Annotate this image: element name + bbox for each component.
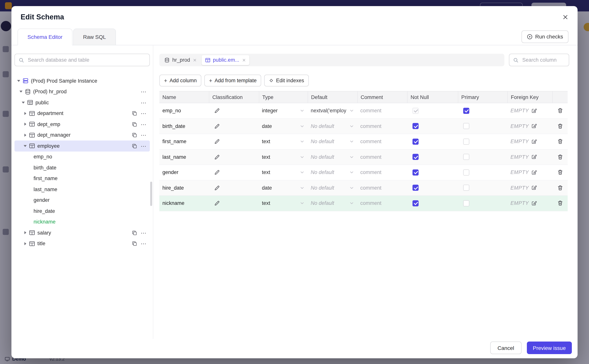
not-null-checkbox[interactable]: [413, 200, 419, 206]
more-icon[interactable]: ⋯: [141, 89, 147, 95]
close-icon[interactable]: [562, 14, 569, 20]
tree-search-input[interactable]: [27, 57, 146, 63]
tree-node-database[interactable]: (Prod) hr_prod ⋯: [14, 86, 150, 97]
primary-checkbox[interactable]: [463, 108, 469, 114]
pencil-icon[interactable]: [214, 170, 220, 175]
type-select[interactable]: text: [262, 201, 305, 206]
tree-node-table[interactable]: department ⋯: [14, 108, 150, 119]
add-column-button[interactable]: + Add column: [159, 75, 201, 86]
tab-schema-editor[interactable]: Schema Editor: [18, 29, 73, 45]
comment-input[interactable]: comment: [357, 196, 407, 211]
tree-node-column[interactable]: emp_no: [14, 151, 150, 162]
not-null-checkbox[interactable]: [413, 139, 419, 145]
default-select[interactable]: No default: [311, 201, 354, 206]
tree-node-column[interactable]: gender: [14, 195, 150, 206]
comment-input[interactable]: comment: [357, 134, 407, 149]
caret-down-icon[interactable]: [18, 91, 24, 93]
primary-checkbox[interactable]: [463, 169, 469, 176]
copy-icon[interactable]: [132, 241, 137, 246]
tree-node-table-selected[interactable]: employee ⋯: [14, 141, 150, 151]
tree-node-column-new[interactable]: nickname: [14, 216, 150, 227]
comment-input[interactable]: comment: [357, 150, 407, 164]
not-null-checkbox[interactable]: [413, 154, 419, 160]
tab-chip-table-active[interactable]: public.em...: [201, 55, 249, 65]
delete-column-icon[interactable]: [557, 123, 563, 129]
primary-checkbox[interactable]: [463, 154, 469, 160]
type-select[interactable]: date: [262, 123, 305, 129]
type-select[interactable]: integer: [262, 108, 305, 114]
type-select[interactable]: date: [262, 185, 305, 191]
edit-foreign-key-icon[interactable]: [531, 139, 537, 144]
delete-column-icon[interactable]: [557, 108, 563, 114]
tree-node-table[interactable]: dept_manager ⋯: [14, 130, 150, 141]
caret-right-icon[interactable]: [22, 134, 28, 137]
caret-right-icon[interactable]: [22, 242, 28, 245]
delete-column-icon[interactable]: [557, 185, 563, 191]
delete-column-icon[interactable]: [557, 154, 563, 160]
caret-down-icon[interactable]: [22, 145, 28, 147]
type-select[interactable]: text: [262, 170, 305, 175]
tree-node-schema[interactable]: public ⋯: [14, 97, 150, 108]
type-select[interactable]: text: [262, 154, 305, 160]
tree-node-instance[interactable]: (Prod) Prod Sample Instance: [14, 75, 150, 86]
default-select[interactable]: No default: [311, 139, 354, 144]
delete-column-icon[interactable]: [557, 201, 563, 206]
caret-down-icon[interactable]: [20, 102, 26, 104]
add-from-template-button[interactable]: + Add from template: [204, 75, 261, 86]
comment-input[interactable]: comment: [357, 103, 407, 118]
more-icon[interactable]: ⋯: [141, 132, 147, 138]
delete-column-icon[interactable]: [557, 139, 563, 144]
cancel-button[interactable]: Cancel: [490, 342, 521, 354]
tab-chip-database[interactable]: hr_prod: [161, 55, 200, 65]
scrollbar-thumb[interactable]: [150, 182, 152, 206]
comment-input[interactable]: comment: [357, 165, 407, 180]
column-search-input[interactable]: [522, 57, 565, 63]
primary-checkbox[interactable]: [463, 200, 469, 206]
tree-node-table[interactable]: dept_emp ⋯: [14, 119, 150, 130]
tree-node-table[interactable]: salary ⋯: [14, 227, 150, 238]
more-icon[interactable]: ⋯: [141, 110, 147, 116]
more-icon[interactable]: ⋯: [141, 143, 147, 149]
not-null-checkbox[interactable]: [413, 185, 419, 191]
not-null-checkbox[interactable]: [413, 123, 419, 129]
edit-foreign-key-icon[interactable]: [531, 108, 537, 113]
default-select[interactable]: No default: [311, 154, 354, 160]
type-select[interactable]: text: [262, 139, 305, 144]
close-tab-icon[interactable]: [193, 58, 196, 62]
tree-node-table[interactable]: title ⋯: [14, 238, 150, 249]
not-null-checkbox[interactable]: [413, 169, 419, 176]
preview-issue-button[interactable]: Preview issue: [527, 342, 572, 354]
default-select[interactable]: No default: [311, 123, 354, 129]
not-null-checkbox[interactable]: [413, 108, 419, 114]
edit-foreign-key-icon[interactable]: [531, 185, 537, 191]
delete-column-icon[interactable]: [557, 170, 563, 175]
primary-checkbox[interactable]: [463, 185, 469, 191]
tree-node-column[interactable]: first_name: [14, 173, 150, 184]
tree-node-column[interactable]: birth_date: [14, 162, 150, 173]
more-icon[interactable]: ⋯: [141, 230, 147, 236]
edit-foreign-key-icon[interactable]: [531, 154, 537, 160]
edit-foreign-key-icon[interactable]: [531, 201, 537, 206]
more-icon[interactable]: ⋯: [141, 241, 147, 247]
copy-icon[interactable]: [132, 122, 137, 127]
copy-icon[interactable]: [132, 132, 137, 138]
pencil-icon[interactable]: [214, 139, 220, 144]
caret-right-icon[interactable]: [22, 231, 28, 234]
default-select[interactable]: No default: [311, 170, 354, 175]
tab-raw-sql[interactable]: Raw SQL: [73, 29, 116, 45]
tree-node-column[interactable]: hire_date: [14, 206, 150, 216]
default-select[interactable]: nextval('employ: [311, 108, 354, 114]
pencil-icon[interactable]: [214, 201, 220, 206]
caret-right-icon[interactable]: [22, 112, 28, 115]
run-checks-button[interactable]: Run checks: [522, 30, 569, 43]
primary-checkbox[interactable]: [463, 123, 469, 129]
primary-checkbox[interactable]: [463, 139, 469, 145]
comment-input[interactable]: comment: [357, 119, 407, 134]
copy-icon[interactable]: [132, 111, 137, 116]
copy-icon[interactable]: [132, 230, 137, 235]
pencil-icon[interactable]: [214, 154, 220, 160]
pencil-icon[interactable]: [214, 123, 220, 129]
close-tab-icon[interactable]: [242, 58, 246, 62]
tree-node-column[interactable]: last_name: [14, 184, 150, 195]
edit-foreign-key-icon[interactable]: [531, 170, 537, 175]
